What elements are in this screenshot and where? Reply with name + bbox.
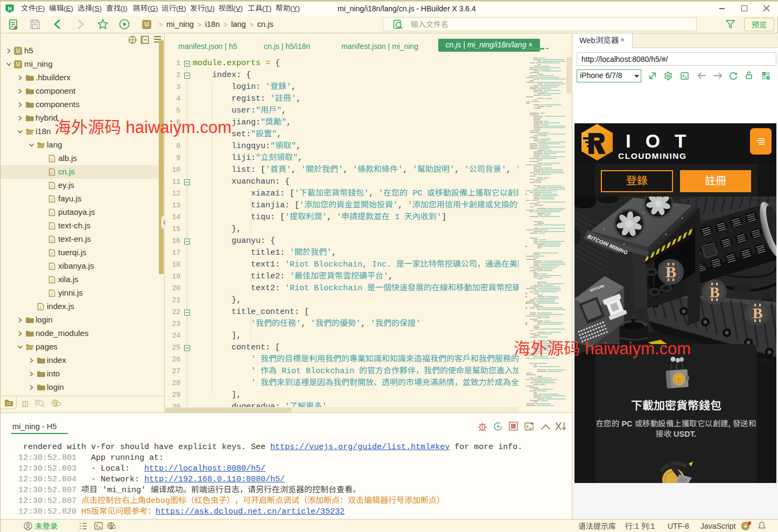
svg-text:H: H	[8, 6, 11, 12]
svg-text:J: J	[51, 238, 53, 242]
svg-text:B: B	[753, 305, 763, 321]
svg-text:J: J	[51, 292, 53, 296]
svg-text:J: J	[51, 278, 53, 282]
svg-text:J: J	[51, 225, 53, 228]
svg-text:B: B	[677, 375, 682, 383]
svg-text:J: J	[51, 265, 53, 269]
svg-text:J: J	[51, 211, 53, 215]
svg-text:J: J	[51, 251, 53, 255]
svg-text:J: J	[51, 198, 53, 201]
svg-text:J: J	[39, 305, 41, 309]
svg-text:J: J	[51, 184, 53, 188]
svg-text:B: B	[665, 263, 676, 281]
svg-text:J: J	[51, 157, 53, 161]
svg-text:J: J	[51, 171, 53, 174]
svg-text:B: B	[710, 284, 720, 300]
